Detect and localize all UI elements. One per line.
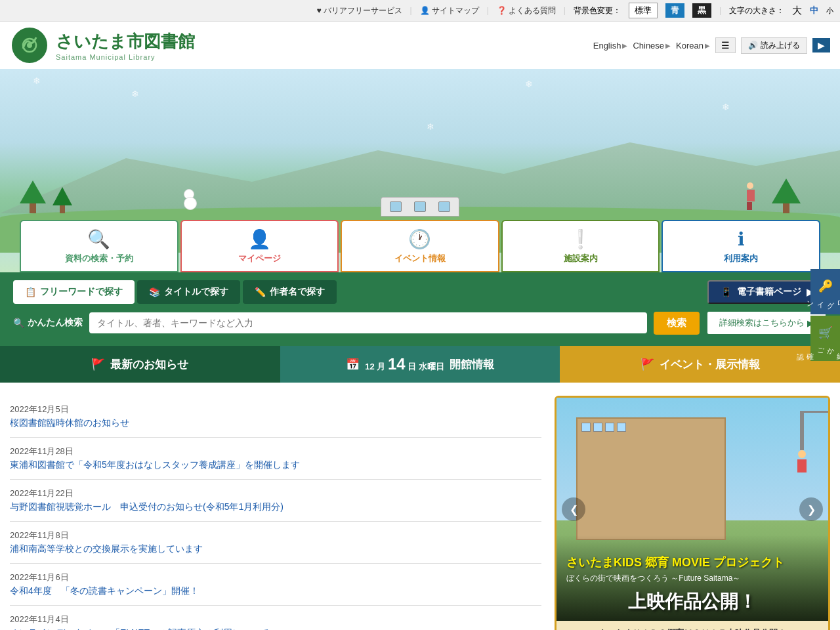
title-tab[interactable]: 📚 タイトルで探す bbox=[137, 280, 240, 304]
facility-tab-label: 施設案内 bbox=[564, 253, 598, 264]
separator-3: | bbox=[564, 6, 566, 15]
site-subtitle: Saitama Municipal Library bbox=[56, 53, 195, 61]
chinese-link[interactable]: Chinese ▶ bbox=[633, 41, 671, 51]
tab-search[interactable]: 🔍 資料の検索・予約 bbox=[20, 220, 178, 272]
barrier-free-link[interactable]: ♥ バリアフリーサービス bbox=[316, 5, 402, 16]
snowman-decoration bbox=[184, 189, 197, 210]
grid-menu-button[interactable]: ☰ bbox=[715, 37, 736, 53]
bg-blue-button[interactable]: 青 bbox=[665, 3, 684, 18]
search-tab-label: 資料の検索・予約 bbox=[65, 253, 133, 264]
heart-icon: ♥ bbox=[316, 6, 321, 15]
slide-subtitle-text: ぼくらの街で映画をつくろう ～Future Saitama～ bbox=[566, 573, 818, 584]
slide-prev-button[interactable]: ❮ bbox=[562, 497, 585, 521]
separator-2: | bbox=[487, 6, 489, 15]
news-date-0: 2022年12月5日 bbox=[10, 404, 541, 415]
news-date-2: 2022年11月22日 bbox=[10, 488, 541, 499]
svg-point-2 bbox=[27, 43, 32, 48]
font-size-label: 文字の大きさ： bbox=[729, 5, 784, 16]
slideshow: さいたまKIDS 郷育 MOVIE プロジェクト ぼくらの街で映画をつくろう ～… bbox=[555, 396, 830, 630]
tab-facility[interactable]: ❕ 施設案内 bbox=[501, 220, 660, 272]
side-login-panel: 🔑 ログイン 🛒 予約かご確認 bbox=[810, 269, 840, 361]
news-item-5: 2022年11月4日 オンラインデータベース「ELNET」の記事原文の利用につい… bbox=[10, 606, 541, 630]
font-large-button[interactable]: 大 bbox=[792, 5, 802, 17]
login-side-label: ログイン bbox=[805, 296, 840, 304]
girl-decoration bbox=[747, 182, 755, 210]
date-info: 12 月 14 日 水曜日 bbox=[365, 355, 444, 373]
tab-event[interactable]: 🕐 イベント情報 bbox=[341, 220, 499, 272]
news-item-2: 2022年11月22日 与野図書館視聴覚ホール 申込受付のお知らせ(令和5年1月… bbox=[10, 480, 541, 522]
detail-search-button[interactable]: 詳細検索はこちらから ▶ bbox=[706, 310, 827, 335]
tab-usage[interactable]: ℹ 利用案内 bbox=[662, 220, 820, 272]
date-month-suffix: 月 bbox=[377, 362, 385, 371]
news-link-4[interactable]: 令和4年度 「冬の読書キャンペーン」開催！ bbox=[10, 585, 541, 597]
news-date-3: 2022年11月8日 bbox=[10, 530, 541, 541]
author-tab-label: 作者名で探す bbox=[270, 286, 325, 298]
events-nav-label: イベント・展示情報 bbox=[660, 357, 760, 372]
faq-link[interactable]: ❓ よくある質問 bbox=[497, 5, 556, 16]
news-nav-item[interactable]: 🚩 最新のお知らせ bbox=[0, 346, 280, 383]
calendar-nav-label: 開館情報 bbox=[450, 357, 494, 372]
korean-label: Korean bbox=[676, 41, 704, 51]
news-link-5[interactable]: オンラインデータベース「ELNET」の記事原文の利用について bbox=[10, 627, 541, 630]
events-nav-item[interactable]: 🚩 イベント・展示情報 bbox=[560, 346, 840, 383]
english-arrow-icon: ▶ bbox=[622, 42, 627, 49]
date-month: 12 bbox=[365, 362, 374, 371]
author-tab-icon: ✏️ bbox=[255, 287, 266, 297]
reserve-side-button[interactable]: 🛒 予約かご確認 bbox=[810, 316, 840, 361]
news-link-0[interactable]: 桜図書館臨時休館のお知らせ bbox=[10, 417, 541, 429]
english-link[interactable]: English ▶ bbox=[593, 41, 628, 51]
font-medium-button[interactable]: 中 bbox=[810, 5, 818, 16]
news-item-4: 2022年11月6日 令和4年度 「冬の読書キャンペーン」開催！ bbox=[10, 564, 541, 606]
slide-title-text: さいたまKIDS 郷育 MOVIE プロジェクト bbox=[566, 555, 818, 570]
faq-icon: ❓ bbox=[497, 6, 507, 15]
bg-change-label: 背景色変更： bbox=[574, 5, 621, 16]
search-label: 🔍 かんたん検索 bbox=[13, 317, 83, 329]
speaker-icon: 🔊 bbox=[748, 41, 758, 50]
news-flag-icon: 🚩 bbox=[91, 358, 105, 371]
sitemap-icon: 👤 bbox=[420, 6, 430, 15]
news-link-2[interactable]: 与野図書館視聴覚ホール 申込受付のお知らせ(令和5年1月利用分) bbox=[10, 501, 541, 513]
event-tab-icon: 🕐 bbox=[408, 228, 431, 250]
tab-mypage[interactable]: 👤 マイページ bbox=[180, 220, 339, 272]
title-tab-label: タイトルで探す bbox=[164, 286, 228, 298]
search-button[interactable]: 検索 bbox=[654, 312, 700, 335]
facility-tab-icon: ❕ bbox=[569, 228, 592, 250]
slide-caption: さいたまＫＩＤＳ郷育ＭＯＶＩＥ上映作品公開！ bbox=[556, 621, 828, 630]
date-day-suffix: 日 bbox=[408, 362, 416, 371]
faq-label: よくある質問 bbox=[509, 5, 556, 16]
slide-container: さいたまKIDS 郷育 MOVIE プロジェクト ぼくらの街で映画をつくろう ～… bbox=[555, 396, 830, 630]
site-title: さいたま市図書館 bbox=[56, 30, 195, 53]
news-item-0: 2022年12月5日 桜図書館臨時休館のお知らせ bbox=[10, 396, 541, 438]
ebook-label: 電子書籍ページ bbox=[737, 286, 801, 298]
key-icon: 🔑 bbox=[818, 279, 833, 293]
login-side-button[interactable]: 🔑 ログイン bbox=[810, 269, 840, 314]
events-flag-icon: 🚩 bbox=[640, 358, 654, 371]
korean-link[interactable]: Korean ▶ bbox=[676, 41, 710, 51]
read-aloud-label: 読み上げる bbox=[761, 40, 800, 51]
font-small-button[interactable]: 小 bbox=[826, 6, 833, 16]
news-link-1[interactable]: 東浦和図書館で「令和5年度おはなしスタッフ養成講座」を開催します bbox=[10, 459, 541, 471]
usage-tab-icon: ℹ bbox=[738, 228, 745, 250]
calendar-nav-item[interactable]: 📅 12 月 14 日 水曜日 開館情報 bbox=[280, 346, 560, 383]
search-magnifier-icon: 🔍 bbox=[13, 318, 24, 328]
cart-icon: 🛒 bbox=[818, 326, 833, 340]
freeword-tab-label: フリーワードで探す bbox=[40, 286, 123, 298]
search-input[interactable] bbox=[89, 312, 647, 333]
language-selector-area: English ▶ Chinese ▶ Korean ▶ ☰ 🔊 読み上げる ▶ bbox=[593, 37, 830, 54]
news-link-3[interactable]: 浦和南高等学校との交換展示を実施しています bbox=[10, 543, 541, 555]
chinese-arrow-icon: ▶ bbox=[665, 42, 671, 49]
top-accessibility-bar: ♥ バリアフリーサービス | 👤 サイトマップ | ❓ よくある質問 | 背景色… bbox=[0, 0, 840, 22]
read-aloud-button[interactable]: 🔊 読み上げる bbox=[741, 37, 807, 54]
logo-icon bbox=[10, 26, 49, 65]
sitemap-link[interactable]: 👤 サイトマップ bbox=[420, 5, 479, 16]
slide-next-button[interactable]: ❯ bbox=[799, 497, 823, 521]
building-decoration bbox=[576, 417, 726, 540]
bg-standard-button[interactable]: 標準 bbox=[629, 3, 658, 18]
author-tab[interactable]: ✏️ 作者名で探す bbox=[243, 280, 337, 304]
main-content: 2022年12月5日 桜図書館臨時休館のお知らせ 2022年11月28日 東浦和… bbox=[0, 383, 840, 630]
play-button[interactable]: ▶ bbox=[812, 38, 830, 52]
search-label-text: かんたん検索 bbox=[28, 317, 83, 329]
search-section: 📋 フリーワードで探す 📚 タイトルで探す ✏️ 作者名で探す 📱 電子書籍ペー… bbox=[0, 272, 840, 346]
freeword-tab[interactable]: 📋 フリーワードで探す bbox=[13, 280, 135, 304]
bg-black-button[interactable]: 黒 bbox=[692, 3, 711, 18]
